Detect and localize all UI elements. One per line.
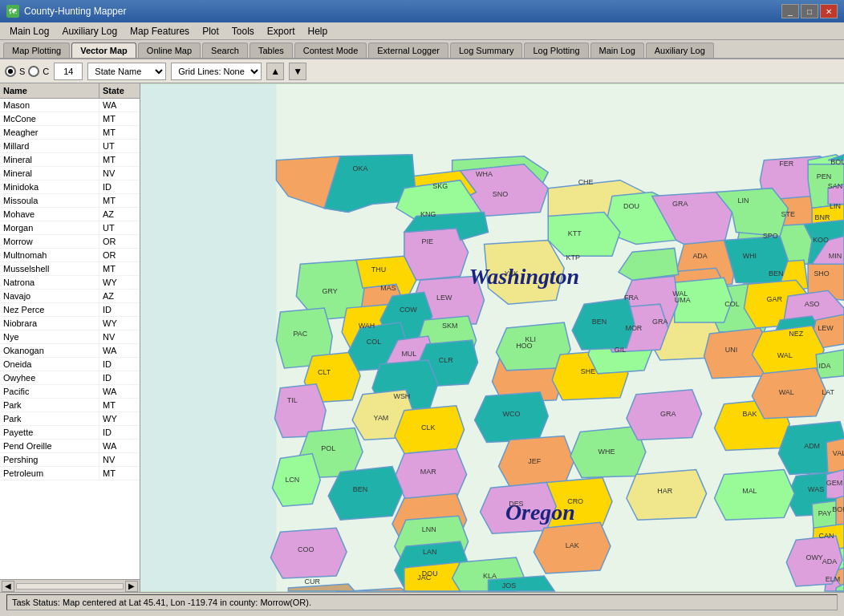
minimize-button[interactable]: _ bbox=[781, 4, 799, 18]
tab-search[interactable]: Search bbox=[202, 43, 248, 58]
list-item[interactable]: MorganUT bbox=[0, 221, 140, 235]
tab-log-summary[interactable]: Log Summary bbox=[450, 43, 522, 58]
label-min: MIN bbox=[829, 252, 842, 260]
list-item[interactable]: PershingNV bbox=[0, 453, 140, 467]
label-lin: LIN bbox=[830, 202, 841, 210]
tab-tables[interactable]: Tables bbox=[250, 43, 293, 58]
menu-map-features[interactable]: Map Features bbox=[124, 24, 196, 38]
list-item[interactable]: MineralMT bbox=[0, 153, 140, 167]
zoom-input[interactable] bbox=[54, 63, 83, 80]
label-dou-wa: DOU bbox=[623, 202, 639, 210]
label-mar: MAR bbox=[420, 468, 436, 476]
list-item[interactable]: PetroleumMT bbox=[0, 467, 140, 480]
label-was: WAS bbox=[808, 485, 824, 493]
label-lcn: LCN bbox=[285, 476, 299, 484]
radio-group-sc: S C bbox=[5, 66, 49, 77]
hscroll-track[interactable] bbox=[16, 583, 124, 590]
list-item[interactable]: Nez PerceID bbox=[0, 303, 140, 317]
tab-vector-map[interactable]: Vector Map bbox=[71, 43, 136, 58]
tab-log-plotting[interactable]: Log Plotting bbox=[524, 43, 588, 58]
label-ben-or2: BEN bbox=[353, 485, 367, 493]
svg-marker-31 bbox=[548, 213, 620, 257]
label-jos: JOS bbox=[502, 582, 516, 590]
list-item[interactable]: MohaveAZ bbox=[0, 208, 140, 221]
tab-main-log[interactable]: Main Log bbox=[590, 43, 644, 58]
label-bnr: BNR bbox=[815, 214, 830, 222]
label-lnn: LNN bbox=[422, 525, 436, 533]
tab-bar: Map Plotting Vector Map Online Map Searc… bbox=[0, 40, 844, 59]
toolbar: S C State Name County Name FIPS Code Gri… bbox=[0, 59, 844, 83]
label-koo: KOO bbox=[813, 236, 829, 244]
radio-c[interactable] bbox=[28, 66, 39, 77]
tab-auxiliary-log[interactable]: Auxiliary Log bbox=[646, 43, 714, 58]
list-horizontal-scrollbar[interactable]: ◀ ▶ bbox=[0, 579, 140, 592]
label-mal: MAL bbox=[742, 487, 757, 495]
grid-lines-select[interactable]: Grid Lines: None Grid Lines: Light Grid … bbox=[171, 63, 262, 80]
list-item[interactable]: OneidaID bbox=[0, 358, 140, 371]
window-controls: _ □ ✕ bbox=[781, 4, 838, 18]
list-item[interactable]: NavajoAZ bbox=[0, 290, 140, 303]
list-item[interactable]: Pend OreilleWA bbox=[0, 440, 140, 453]
list-item[interactable]: MultnomahOR bbox=[0, 249, 140, 262]
title-bar: 🗺 County-Hunting Mapper _ □ ✕ bbox=[0, 0, 844, 22]
radio-s[interactable] bbox=[5, 66, 16, 77]
tab-online-map[interactable]: Online Map bbox=[138, 43, 201, 58]
menu-help[interactable]: Help bbox=[302, 24, 335, 38]
close-button[interactable]: ✕ bbox=[820, 4, 838, 18]
label-can: CAN bbox=[819, 532, 834, 540]
list-item[interactable]: ParkWY bbox=[0, 412, 140, 426]
label-lew: LEW bbox=[436, 294, 452, 302]
label-col-or: COL bbox=[367, 338, 381, 346]
list-item[interactable]: MorrowOR bbox=[0, 235, 140, 249]
list-item[interactable]: MinidokaID bbox=[0, 180, 140, 194]
list-item[interactable]: OwyheeID bbox=[0, 371, 140, 385]
list-item[interactable]: NyeNV bbox=[0, 330, 140, 344]
tab-map-plotting[interactable]: Map Plotting bbox=[3, 43, 70, 58]
nav-up-button[interactable]: ▲ bbox=[266, 63, 284, 80]
menu-main-log[interactable]: Main Log bbox=[3, 24, 55, 38]
label-kli: KLI bbox=[525, 335, 536, 343]
list-item[interactable]: MillardUT bbox=[0, 140, 140, 153]
svg-marker-52 bbox=[752, 326, 824, 374]
label-whi: WHI bbox=[743, 252, 757, 260]
label-lak: LAK bbox=[566, 541, 579, 549]
label-whe: WHE bbox=[599, 448, 615, 456]
list-item[interactable]: MasonWA bbox=[0, 99, 140, 112]
list-item[interactable]: NiobraraWY bbox=[0, 317, 140, 330]
list-item[interactable]: OkanoganWA bbox=[0, 344, 140, 358]
list-item[interactable]: McConeMT bbox=[0, 112, 140, 126]
label-bak: BAK bbox=[742, 410, 757, 418]
list-item[interactable]: MineralNV bbox=[0, 167, 140, 180]
map-area[interactable]: Washington Oregon WHA SKG SNO KNG PIE OK… bbox=[140, 83, 844, 592]
label-thu: THU bbox=[371, 265, 386, 274]
list-item[interactable]: ParkMT bbox=[0, 399, 140, 412]
list-item[interactable]: MeagherMT bbox=[0, 126, 140, 140]
menu-tools[interactable]: Tools bbox=[225, 24, 261, 38]
label-des: DES bbox=[509, 500, 523, 508]
label-wsh: WSH bbox=[393, 392, 410, 400]
menu-export[interactable]: Export bbox=[261, 24, 302, 38]
list-item[interactable]: NatronaWY bbox=[0, 276, 140, 290]
list-item[interactable]: PacificWA bbox=[0, 385, 140, 399]
menu-plot[interactable]: Plot bbox=[196, 24, 225, 38]
label-she: SHE bbox=[581, 367, 595, 375]
list-item[interactable]: MusselshellMT bbox=[0, 262, 140, 276]
maximize-button[interactable]: □ bbox=[801, 4, 818, 18]
menu-auxiliary-log[interactable]: Auxiliary Log bbox=[55, 24, 124, 38]
label-ben-or: BEN bbox=[592, 318, 607, 326]
list-body[interactable]: MasonWAMcConeMTMeagherMTMillardUTMineral… bbox=[0, 99, 140, 579]
label-uma: UMA bbox=[675, 296, 691, 304]
list-item[interactable]: PayetteID bbox=[0, 426, 140, 440]
tab-contest-mode[interactable]: Contest Mode bbox=[294, 43, 367, 58]
label-type-select[interactable]: State Name County Name FIPS Code bbox=[87, 63, 166, 80]
scroll-left-button[interactable]: ◀ bbox=[2, 581, 14, 592]
label-val: VAL bbox=[833, 449, 844, 457]
label-wha: WHA bbox=[476, 170, 493, 178]
scroll-right-button[interactable]: ▶ bbox=[125, 581, 138, 592]
label-gil: GIL bbox=[615, 346, 626, 354]
nav-down-button[interactable]: ▼ bbox=[289, 63, 306, 80]
label-pie: PIE bbox=[422, 237, 433, 245]
list-item[interactable]: MissoulaMT bbox=[0, 194, 140, 208]
tab-external-logger[interactable]: External Logger bbox=[368, 43, 448, 58]
label-cro: CRO bbox=[567, 497, 583, 505]
